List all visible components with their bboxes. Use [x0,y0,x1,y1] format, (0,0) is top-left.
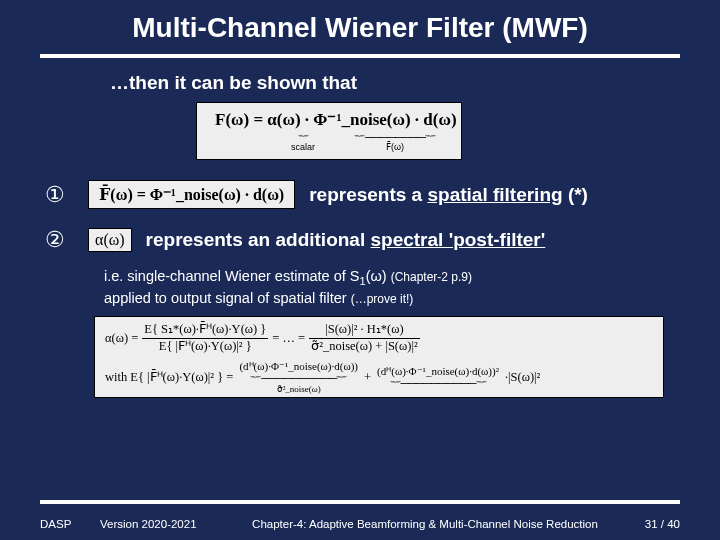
footer-page: 31 / 40 [620,518,680,530]
explain-text: i.e. single-channel Wiener estimate of S… [104,267,680,308]
divider-top [40,54,680,58]
slide-title: Multi-Channel Wiener Filter (MWF) [40,12,680,44]
brace-fbar: ︸────────︸ F̄(ω) [345,131,445,152]
circled-2-icon: ② [40,227,70,253]
brace-scalar: ︸ scalar [283,131,323,152]
alpha-equation-line1: α(ω) = E{ S₁*(ω)·F̄ᴴ(ω)·Y(ω) } E{ |F̄ᴴ(ω… [105,323,653,354]
footer: DASP Version 2020-2021 Chapter-4: Adapti… [40,518,680,530]
footer-version: Version 2020-2021 [100,518,230,530]
item-1-row: ① F̄(ω) = Φ⁻¹_noise(ω) · d(ω) represents… [40,180,680,209]
item-2-text: represents an additional spectral 'post-… [146,229,546,251]
divider-bottom [40,500,680,504]
main-equation: F(ω) = α(ω) · Φ⁻¹_noise(ω) · d(ω) [215,109,457,130]
footer-dasp: DASP [40,518,100,530]
item-2-row: ② α(ω) represents an additional spectral… [40,227,680,253]
footer-chapter: Chapter-4: Adaptive Beamforming & Multi-… [230,518,620,530]
alpha-equation-box: α(ω) = E{ S₁*(ω)·F̄ᴴ(ω)·Y(ω) } E{ |F̄ᴴ(ω… [94,316,664,398]
alpha-equation-line2: with E{ |F̄ᴴ(ω)·Y(ω)|² } = (dᴴ(ω)·Φ⁻¹_no… [105,360,653,395]
circled-1-icon: ① [40,182,70,208]
item-1-equation: F̄(ω) = Φ⁻¹_noise(ω) · d(ω) [88,180,295,209]
item-2-equation: α(ω) [88,228,132,252]
item-1-text: represents a spatial filtering (*) [309,184,588,206]
main-equation-box: F(ω) = α(ω) · Φ⁻¹_noise(ω) · d(ω) ︸ scal… [196,102,462,160]
intro-text: …then it can be shown that [110,72,680,94]
